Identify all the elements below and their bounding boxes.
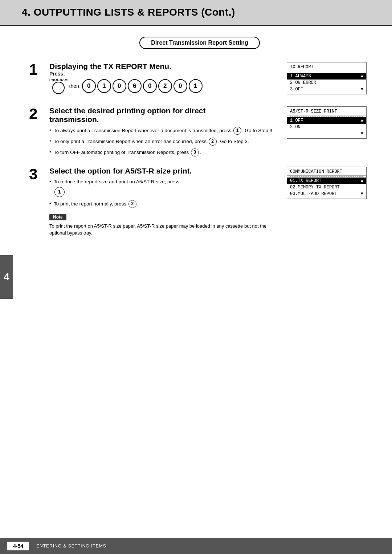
bullet-2-1: To always print a Transmission Report wh… bbox=[49, 127, 279, 135]
note-text: To print the report on A5/ST-R size pape… bbox=[49, 223, 279, 237]
key-sequence-1: PROGRAM then 0 1 0 6 0 2 0 1 bbox=[49, 78, 279, 94]
bullet-3-2: To print the report normally, press 2. bbox=[49, 200, 279, 208]
step-2-bullets: To always print a Transmission Report wh… bbox=[49, 127, 279, 156]
key-1b: 1 bbox=[189, 79, 203, 93]
program-label: PROGRAM bbox=[49, 78, 68, 82]
step-2-content: Select the desired printing option for d… bbox=[49, 106, 370, 159]
key-inline-1b: 1 bbox=[54, 187, 65, 197]
bullet-3-1: To reduce the report size and print on A… bbox=[49, 178, 279, 197]
key-inline-3a: 3 bbox=[191, 148, 199, 156]
arrow-up-1: ▲ bbox=[361, 74, 363, 79]
arrow-down-3: ▼ bbox=[361, 191, 363, 196]
step-1-left: Displaying the TX REPORT Menu. Press: PR… bbox=[49, 62, 279, 99]
footer-text: ENTERING & SETTING ITEMS bbox=[36, 543, 106, 549]
then-label: then bbox=[69, 83, 79, 89]
footer-page-number: 4-54 bbox=[7, 542, 29, 550]
step-2-left: Select the desired printing option for d… bbox=[49, 106, 279, 159]
screen-box-2: A5/ST-R SIZE PRINT 1.OFF ▲ 2.ON ▼ bbox=[287, 106, 367, 139]
step-2-number: 2 bbox=[29, 106, 42, 122]
screen-box-3: COMMUNICATION REPORT 01.TX REPORT ▲ 02.M… bbox=[287, 167, 367, 199]
key-0c: 0 bbox=[143, 79, 157, 93]
screen-row-3-1: 01.TX REPORT ▲ bbox=[287, 178, 366, 184]
step-2-heading: Select the desired printing option for d… bbox=[49, 106, 279, 124]
step-1-press: Press: bbox=[49, 71, 279, 77]
note-box: Note To print the report on A5/ST-R size… bbox=[49, 214, 279, 237]
screen-row-1-1: 1.ALWAYS ▲ bbox=[287, 73, 366, 80]
key-inline-1a: 1 bbox=[233, 127, 241, 135]
step-1-row: 1 Displaying the TX REPORT Menu. Press: … bbox=[29, 62, 370, 99]
step-3-heading: Select the option for A5/ST-R size print… bbox=[49, 167, 279, 175]
page-footer: 4-54 ENTERING & SETTING ITEMS bbox=[0, 538, 392, 554]
screen-row-1-3: 3.OFF ▼ bbox=[287, 86, 366, 93]
key-inline-2a: 2 bbox=[209, 138, 217, 146]
note-badge: Note bbox=[49, 214, 66, 220]
content-area: Direct Transmission Report Setting 1 Dis… bbox=[0, 26, 392, 538]
bullet-2-2: To only print a Transmission Report when… bbox=[49, 138, 279, 146]
step-1-number: 1 bbox=[29, 62, 42, 77]
arrow-up-2: ▲ bbox=[361, 118, 363, 123]
screen-row-2-spacer: ▼ bbox=[287, 130, 366, 137]
screen-row-3-2: 02.MEMORY-TX REPORT bbox=[287, 184, 366, 191]
side-tab: 4 bbox=[0, 255, 13, 299]
step-3-number: 3 bbox=[29, 167, 42, 182]
key-1: 1 bbox=[97, 79, 111, 93]
key-2: 2 bbox=[158, 79, 172, 93]
screen-header-1: TX REPORT bbox=[287, 64, 366, 71]
key-6: 6 bbox=[128, 79, 142, 93]
step-1-content: Displaying the TX REPORT Menu. Press: PR… bbox=[49, 62, 370, 99]
screen-row-1-2: 2.ON ERROR bbox=[287, 80, 366, 86]
screen-row-3-3: 03.MULT-ADD REPORT ▼ bbox=[287, 191, 366, 197]
page-header: 4. OUTPUTTING LISTS & REPORTS (Cont.) bbox=[0, 0, 392, 26]
bullet-2-3: To turn OFF automatic printing of Transm… bbox=[49, 148, 279, 156]
step-3-content: Select the option for A5/ST-R size print… bbox=[49, 167, 370, 240]
step-1-screen: TX REPORT 1.ALWAYS ▲ 2.ON ERROR 3.OFF ▼ bbox=[287, 62, 370, 94]
arrow-up-3: ▲ bbox=[361, 178, 363, 183]
screen-header-3: COMMUNICATION REPORT bbox=[287, 168, 366, 176]
program-circle bbox=[52, 82, 65, 94]
arrow-down-1: ▼ bbox=[361, 87, 363, 92]
key-0d: 0 bbox=[173, 79, 187, 93]
step-3-screen: COMMUNICATION REPORT 01.TX REPORT ▲ 02.M… bbox=[287, 167, 370, 199]
key-0a: 0 bbox=[82, 79, 96, 93]
screen-header-2: A5/ST-R SIZE PRINT bbox=[287, 108, 366, 115]
page-title: 4. OUTPUTTING LISTS & REPORTS (Cont.) bbox=[22, 7, 370, 18]
page: 4. OUTPUTTING LISTS & REPORTS (Cont.) Di… bbox=[0, 0, 392, 554]
step-2-screen: A5/ST-R SIZE PRINT 1.OFF ▲ 2.ON ▼ bbox=[287, 106, 370, 139]
screen-row-2-2: 2.ON bbox=[287, 124, 366, 130]
arrow-down-2: ▼ bbox=[361, 131, 363, 136]
key-0b: 0 bbox=[113, 79, 126, 93]
screen-box-1: TX REPORT 1.ALWAYS ▲ 2.ON ERROR 3.OFF ▼ bbox=[287, 62, 367, 94]
section-title: Direct Transmission Report Setting bbox=[139, 37, 260, 49]
step-3-row: 3 Select the option for A5/ST-R size pri… bbox=[29, 167, 370, 240]
step-3-left: Select the option for A5/ST-R size print… bbox=[49, 167, 279, 240]
step-2-row: 2 Select the desired printing option for… bbox=[29, 106, 370, 159]
key-inline-2b: 2 bbox=[128, 200, 136, 208]
step-1-heading: Displaying the TX REPORT Menu. bbox=[49, 62, 279, 71]
step-3-bullets: To reduce the report size and print on A… bbox=[49, 178, 279, 208]
screen-row-2-1: 1.OFF ▲ bbox=[287, 117, 366, 124]
program-circle-container: PROGRAM bbox=[49, 78, 68, 94]
